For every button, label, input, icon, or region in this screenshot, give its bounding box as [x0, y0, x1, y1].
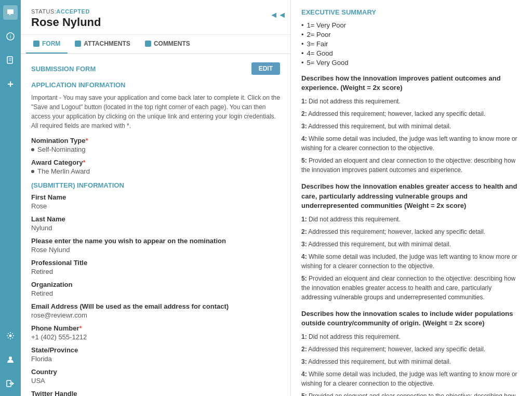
last-name-label: Last Name — [31, 215, 280, 223]
country-value: USA — [31, 377, 280, 385]
tab-comments[interactable]: COMMENTS — [138, 35, 197, 54]
criteria-2-title: Describes how the innovation enables gre… — [301, 182, 522, 210]
twitter-field: Twitter Handle https://twitter.com/rosen… — [31, 390, 280, 396]
display-name-value: Rose Nylund — [31, 246, 280, 254]
exec-summary-title: EXECUTIVE SUMMARY — [301, 8, 522, 16]
applicant-name: Rose Nylund — [31, 16, 280, 29]
criteria-3-item-4: 4: While some detail was included, the j… — [301, 369, 522, 388]
first-name-label: First Name — [31, 193, 280, 201]
criteria-1-item-4: 4: While some detail was included, the j… — [301, 134, 522, 153]
email-value: rose@reviewr.com — [31, 311, 280, 319]
nomination-type-field: Nomination Type* Self-Nominating — [31, 137, 280, 153]
criteria-3-item-5: 5: Provided an eloquent and clear connec… — [301, 391, 522, 396]
criteria-1-item-3-text: Addressed this requirement, but with min… — [308, 123, 451, 130]
nomination-type-value: Self-Nominating — [31, 146, 280, 153]
country-label: Country — [31, 368, 280, 376]
add-icon[interactable]: + — [3, 77, 18, 91]
criteria-1-item-2: 2: Addressed this requirement; however, … — [301, 109, 522, 118]
state-value: Florida — [31, 355, 280, 363]
nomination-type-label-text: Nomination Type — [31, 137, 85, 144]
tabs-bar: FORM ATTACHMENTS COMMENTS — [21, 35, 290, 54]
organization-label: Organization — [31, 281, 280, 288]
left-panel: STATUS:ACCEPTED Rose Nylund ◄◄ FORM ATTA… — [21, 0, 291, 396]
bullet-dot — [31, 148, 34, 151]
submission-form-title: SUBMISSION FORM — [31, 65, 96, 73]
professional-title-value: Retired — [31, 268, 280, 275]
phone-label-text: Phone Number — [31, 324, 79, 332]
criteria-2-item-5: 5: Provided an eloquent and clear connec… — [301, 274, 522, 302]
criteria-2-item-4-text: While some detail was included, the judg… — [301, 253, 517, 270]
country-field: Country USA — [31, 368, 280, 385]
sidebar: i + — [0, 0, 21, 396]
right-panel: EXECUTIVE SUMMARY 1= Very Poor 2= Poor 3… — [291, 0, 532, 396]
rating-2: 2= Poor — [301, 31, 522, 38]
criteria-3-item-4-text: While some detail was included, the judg… — [301, 371, 517, 387]
svg-point-5 — [9, 335, 12, 337]
criteria-2-item-1-text: Did not address this requirement. — [309, 216, 401, 223]
status-label: STATUS:ACCEPTED — [31, 8, 280, 15]
last-name-value: Nylund — [31, 224, 280, 232]
user-icon[interactable] — [3, 352, 18, 367]
edit-button[interactable]: EDIT — [251, 62, 280, 75]
criteria-2-item-3-text: Addressed this requirement, but with min… — [308, 241, 451, 248]
last-name-field: Last Name Nylund — [31, 215, 280, 232]
criteria-1-item-4-text: While some detail was included, the judg… — [301, 135, 517, 152]
first-name-value: Rose — [31, 202, 280, 210]
criteria-3-item-3-text: Addressed this requirement, but with min… — [308, 358, 451, 365]
criteria-2-item-2: 2: Addressed this requirement; however, … — [301, 227, 522, 236]
comments-tab-icon — [145, 41, 151, 47]
criteria-3-item-1-text: Did not address this requirement. — [309, 333, 401, 340]
criteria-3-item-2: 2: Addressed this requirement; however, … — [301, 345, 522, 354]
email-label: Email Address (Will be used as the email… — [31, 302, 280, 310]
first-name-field: First Name Rose — [31, 193, 280, 210]
award-category-text: The Merlin Award — [37, 167, 90, 175]
organization-value: Retired — [31, 289, 280, 297]
rating-1: 1= Very Poor — [301, 21, 522, 29]
criteria-1-item-2-text: Addressed this requirement; however, lac… — [308, 110, 485, 117]
criteria-1-item-1-text: Did not address this requirement. — [309, 98, 401, 105]
criteria-2-item-5-text: Provided an eloquent and clear connectio… — [301, 275, 515, 301]
award-category-label: Award Category* — [31, 159, 280, 166]
settings-icon[interactable] — [3, 328, 18, 343]
tab-attachments[interactable]: ATTACHMENTS — [68, 35, 138, 54]
criteria-1-item-1: 1: Did not address this requirement. — [301, 97, 522, 106]
main-container: STATUS:ACCEPTED Rose Nylund ◄◄ FORM ATTA… — [21, 0, 532, 396]
status-value: ACCEPTED — [56, 8, 90, 15]
svg-point-6 — [9, 357, 12, 360]
state-label: State/Province — [31, 346, 280, 354]
criteria-1-item-3: 3: Addressed this requirement, but with … — [301, 122, 522, 131]
application-info-title: APPLICATION INFORMATION — [31, 81, 280, 89]
display-name-label: Please enter the name you wish to appear… — [31, 237, 280, 245]
criteria-3-item-2-text: Addressed this requirement; however, lac… — [308, 346, 485, 353]
award-category-field: Award Category* The Merlin Award — [31, 159, 280, 175]
criteria-1-title: Describes how the innovation improves pa… — [301, 74, 522, 93]
phone-value: +1 (402) 555-1212 — [31, 333, 280, 341]
chat-icon[interactable] — [3, 5, 18, 20]
criteria-3-item-1: 1: Did not address this requirement. — [301, 332, 522, 341]
rating-5: 5= Very Good — [301, 59, 522, 67]
collapse-button[interactable]: ◄◄ — [270, 10, 286, 20]
criteria-2-item-1: 1: Did not address this requirement. — [301, 215, 522, 224]
phone-label: Phone Number* — [31, 324, 280, 332]
submitter-info-title: (SUBMITTER) INFORMATION — [31, 181, 280, 189]
rating-scale-list: 1= Very Poor 2= Poor 3= Fair 4= Good 5= … — [301, 21, 522, 67]
criteria-2-item-4: 4: While some detail was included, the j… — [301, 252, 522, 271]
logout-icon[interactable] — [3, 376, 18, 391]
rating-4: 4= Good — [301, 49, 522, 57]
info-icon[interactable]: i — [3, 29, 18, 44]
criteria-1-item-5: 5: Provided an eloquent and clear connec… — [301, 156, 522, 175]
document-icon[interactable] — [3, 53, 18, 68]
tab-form[interactable]: FORM — [26, 35, 68, 54]
criteria-3-item-5-text: Provided an eloquent and clear connectio… — [301, 392, 521, 396]
rating-3: 3= Fair — [301, 40, 522, 48]
tab-comments-label: COMMENTS — [154, 40, 190, 47]
criteria-2-item-2-text: Addressed this requirement; however, lac… — [308, 228, 485, 235]
submission-form-header: SUBMISSION FORM EDIT — [31, 62, 280, 75]
display-name-field: Please enter the name you wish to appear… — [31, 237, 280, 254]
criteria-3-title: Describes how the innovation scales to i… — [301, 309, 522, 328]
twitter-label: Twitter Handle — [31, 390, 280, 396]
nomination-type-label: Nomination Type* — [31, 137, 280, 144]
form-tab-icon — [33, 41, 39, 47]
criteria-section-2: Describes how the innovation enables gre… — [301, 182, 522, 302]
tab-attachments-label: ATTACHMENTS — [84, 40, 130, 47]
